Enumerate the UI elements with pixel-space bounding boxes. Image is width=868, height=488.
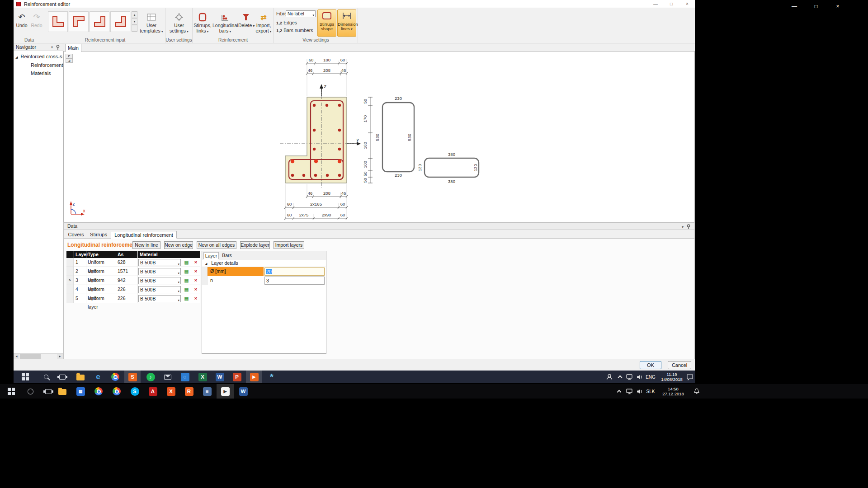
- template-2-button[interactable]: [69, 11, 89, 32]
- delete-layer-button[interactable]: ×: [191, 267, 200, 276]
- layer-details-group[interactable]: ◢ Layer details: [202, 259, 326, 267]
- stirrups-shape-toggle[interactable]: Stirrups shape: [317, 9, 336, 37]
- word-button[interactable]: W: [212, 371, 228, 383]
- material-dropdown[interactable]: B 500B▾: [138, 268, 181, 275]
- chrome-button[interactable]: [90, 384, 107, 399]
- bars-numbers-toggle[interactable]: 1,2Bars numbers: [276, 28, 313, 33]
- scroll-right-button[interactable]: ▸: [57, 354, 63, 359]
- table-row[interactable]: 1 Uniform layer 628 B 500B▾ ▦ ×: [66, 258, 200, 267]
- explode-layer-button[interactable]: Explode layer: [240, 241, 270, 249]
- tab-bars[interactable]: Bars: [220, 252, 234, 259]
- template-scroll-more-button[interactable]: [132, 25, 137, 32]
- drawing-canvas[interactable]: ◤ ◢: [63, 52, 695, 222]
- language-indicator[interactable]: SLK: [645, 384, 656, 399]
- s-app-button[interactable]: S: [124, 371, 141, 383]
- tray-expand-button[interactable]: [616, 371, 624, 383]
- delete-layer-button[interactable]: ×: [191, 276, 200, 285]
- user-settings-button[interactable]: User settings▾: [167, 10, 191, 38]
- material-dropdown[interactable]: B 500B▾: [138, 259, 181, 266]
- zoom-extent-button[interactable]: ◢: [66, 58, 73, 63]
- notifications-button[interactable]: [692, 384, 702, 399]
- dimension-lines-toggle[interactable]: Dimension lines▾: [337, 9, 356, 37]
- template-3-button[interactable]: [90, 11, 109, 32]
- minimize-button[interactable]: —: [649, 0, 662, 8]
- material-dropdown[interactable]: B 500B▾: [138, 277, 181, 284]
- tab-covers[interactable]: Covers: [66, 231, 86, 239]
- template-4-button[interactable]: [110, 11, 130, 32]
- mail-button[interactable]: [160, 371, 176, 383]
- new-on-edge-button[interactable]: New on edge: [164, 241, 193, 249]
- chevron-down-icon[interactable]: ▾: [682, 224, 684, 230]
- chrome-button-2[interactable]: [108, 384, 125, 399]
- tray-expand-button[interactable]: [615, 384, 623, 399]
- start-button[interactable]: [17, 371, 33, 383]
- search-button[interactable]: [22, 384, 39, 399]
- search-button[interactable]: [38, 371, 54, 383]
- tab-main[interactable]: Main: [65, 44, 81, 52]
- clock[interactable]: 11:1914/08/2018: [657, 371, 686, 383]
- display-tray-button[interactable]: [625, 384, 634, 399]
- start-button[interactable]: [3, 384, 20, 399]
- floppy-app-button[interactable]: ▤: [72, 384, 89, 399]
- close-button[interactable]: ×: [680, 0, 694, 8]
- delete-button[interactable]: Delete▾: [238, 10, 254, 38]
- excel-button[interactable]: X: [194, 371, 211, 383]
- tab-stirrups[interactable]: Stirrups: [87, 231, 110, 239]
- delete-layer-button[interactable]: ×: [191, 294, 200, 303]
- new-on-all-edges-button[interactable]: New on all edges: [197, 241, 236, 249]
- outer-restore-button[interactable]: □: [806, 1, 826, 12]
- word-button[interactable]: W: [235, 384, 252, 399]
- browser-e-button[interactable]: e: [90, 371, 106, 383]
- chrome-button[interactable]: [107, 371, 123, 383]
- volume-tray-button[interactable]: [635, 384, 644, 399]
- file-explorer-button[interactable]: [54, 384, 71, 399]
- tree-item-materials[interactable]: Materials: [31, 70, 51, 76]
- fibre-dropdown[interactable]: No label ▾: [286, 10, 316, 17]
- settings-app-button[interactable]: *: [264, 371, 280, 383]
- notes-app-button[interactable]: ≡: [198, 384, 216, 399]
- table-row-selected[interactable]: > 3 Uniform layer 942 B 500B▾ ▦ ×: [66, 276, 200, 285]
- import-layers-button[interactable]: Import layers: [274, 241, 304, 249]
- redo-button[interactable]: ↷ Redo: [29, 10, 44, 38]
- clock[interactable]: 14:5827.12.2018: [657, 384, 689, 399]
- template-scroll-down-button[interactable]: ▾: [132, 18, 137, 25]
- r-app-button[interactable]: R: [180, 384, 198, 399]
- people-button[interactable]: [604, 371, 615, 383]
- language-indicator[interactable]: ENG: [645, 371, 656, 383]
- new-in-line-button[interactable]: New in line: [132, 241, 160, 249]
- edit-layer-button[interactable]: ▦: [182, 258, 191, 267]
- file-explorer-button[interactable]: [72, 371, 89, 383]
- x-app-button[interactable]: X: [162, 384, 179, 399]
- delete-layer-button[interactable]: ×: [191, 285, 200, 294]
- tree-item-reinforced-cross-section[interactable]: ◢ Reinforced cross-se: [15, 54, 62, 59]
- powerpoint-button[interactable]: P: [229, 371, 245, 383]
- edges-toggle[interactable]: 1,2Edges: [276, 20, 297, 25]
- scroll-thumb[interactable]: [20, 354, 41, 359]
- tab-longitudinal-reinforcement[interactable]: Longitudinal reinforcement: [111, 231, 177, 239]
- edit-layer-button[interactable]: ▦: [182, 276, 191, 285]
- tab-layer[interactable]: Layer: [203, 252, 219, 259]
- volume-tray-button[interactable]: [635, 371, 644, 383]
- template-1-button[interactable]: [48, 11, 68, 32]
- scroll-left-button[interactable]: ◂: [14, 354, 19, 359]
- cancel-button[interactable]: Cancel: [668, 361, 691, 369]
- table-row[interactable]: 4 Uniform layer 226 B 500B▾ ▦ ×: [66, 285, 200, 294]
- restore-button[interactable]: □: [665, 0, 678, 8]
- longitudinal-bars-button[interactable]: Longitudinal bars▾: [212, 10, 238, 38]
- expander-icon[interactable]: ◢: [205, 262, 207, 265]
- expander-icon[interactable]: ◢: [15, 56, 18, 59]
- edit-layer-button[interactable]: ▦: [182, 285, 191, 294]
- count-input[interactable]: 3: [264, 277, 325, 285]
- blue-app-button[interactable]: ◌: [177, 371, 193, 383]
- template-scroll-up-button[interactable]: ▴: [132, 11, 137, 18]
- diameter-input[interactable]: 20: [264, 267, 325, 276]
- display-tray-button[interactable]: [625, 371, 634, 383]
- pin-icon[interactable]: [56, 45, 60, 50]
- import-export-button[interactable]: ⇄ Import, export▾: [254, 10, 273, 38]
- user-templates-button[interactable]: User templates▾: [139, 10, 164, 38]
- video-app-button[interactable]: ▶: [246, 371, 262, 383]
- pdf-app-button[interactable]: A: [144, 384, 161, 399]
- video-player-button[interactable]: ▶: [217, 384, 234, 399]
- undo-button[interactable]: ↶ Undo: [14, 10, 29, 38]
- tree-item-reinforcement[interactable]: Reinforcement: [31, 62, 63, 68]
